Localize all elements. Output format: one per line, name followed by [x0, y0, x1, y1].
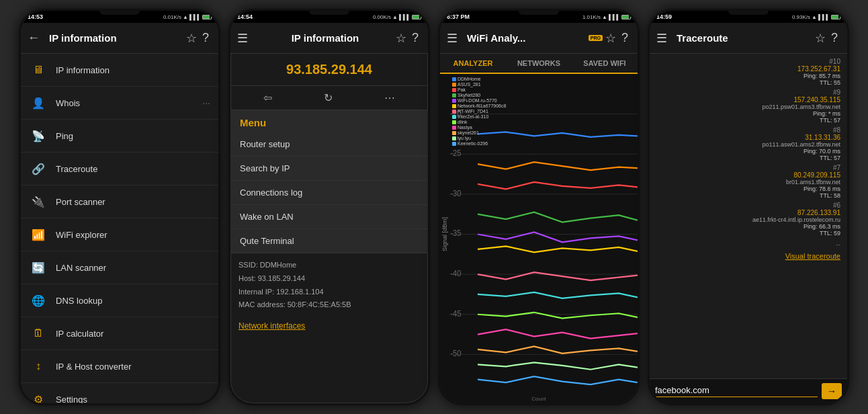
host-9: po211.psw01.ams3.tfbnw.net: [656, 104, 840, 110]
trace-entry-6: #6 87.226.133.91 ae11.frkt-cr4.intl.ip.r…: [656, 202, 840, 237]
hamburger-menu-4[interactable]: ☰: [656, 31, 667, 46]
app-title-3: WiFi Analy...: [467, 32, 587, 44]
ssid-info: SSID: DDMHome: [238, 259, 420, 272]
refresh-icon[interactable]: ↻: [321, 90, 335, 106]
time-1: 14:53: [28, 13, 43, 20]
menu-item-lan-scanner[interactable]: 🔄 LAN scanner: [21, 251, 218, 284]
menu-item-port-scanner[interactable]: 🔌 Port scanner: [21, 185, 218, 218]
whois-icon: 👤: [29, 93, 48, 112]
traceroute-label: Traceroute: [56, 164, 210, 174]
ttl-8: TTL: 57: [656, 155, 840, 161]
phones-container: 14:53 0.01K/s ▲ ▌▌▌ ← IP information ☆ ?…: [12, 2, 856, 412]
settings-icon: ⚙: [29, 390, 48, 403]
ip-8: 31.13.31.36: [656, 134, 840, 141]
more-icon[interactable]: ⋯: [382, 90, 398, 106]
ttl-9: TTL: 57: [656, 117, 840, 124]
ip-host-converter-icon: ↕: [29, 357, 48, 376]
menu-item-ip-calculator[interactable]: 🗓 IP calculator: [21, 317, 218, 350]
action-row: ⇦ ↻ ⋯: [230, 86, 428, 110]
time-2: 14:54: [237, 13, 253, 20]
network-legend: DDMHome ASUS_281 Pak SkyNet280 WiFi-DOM.: [452, 77, 506, 147]
help-button-1[interactable]: ?: [200, 30, 212, 46]
battery-3: [621, 15, 631, 19]
phone-3: 6:37 PM 1.01K/s ▲ ▌▌▌ ☰ WiFi Analy... PR…: [438, 9, 640, 405]
hop-9: #9: [656, 89, 840, 96]
legend-keenetic: Keenetic-0296: [452, 141, 506, 146]
hop-10: #10: [656, 58, 840, 65]
visual-traceroute-link[interactable]: Visual traceroute: [656, 249, 840, 263]
status-icons-1: 0.01K/s ▲ ▌▌▌: [163, 14, 212, 20]
signal-bars-2: ▌▌▌: [399, 14, 410, 20]
legend-dlink: dlink: [452, 120, 506, 124]
menu-qute-terminal[interactable]: Qute Terminal: [230, 229, 428, 253]
menu-item-settings[interactable]: ⚙ Settings: [21, 383, 218, 403]
battery-4: [831, 15, 840, 19]
app-title-1: IP information: [49, 32, 183, 44]
hamburger-menu-2[interactable]: ☰: [237, 31, 248, 46]
menu-item-ip-info[interactable]: 🖥 IP information: [21, 54, 218, 87]
ttl-6: TTL: 59: [656, 230, 840, 237]
menu-item-traceroute[interactable]: 🔗 Traceroute: [21, 153, 218, 185]
help-button-3[interactable]: ?: [619, 30, 631, 46]
host-7: br01.ams1.tfbnw.net: [656, 179, 840, 185]
menu-item-ping[interactable]: 📡 Ping: [21, 120, 218, 153]
phone-2: 14:54 0.00K/s ▲ ▌▌▌ ☰ IP information ☆ ?…: [228, 9, 430, 405]
traceroute-icon: 🔗: [29, 159, 48, 178]
network-interfaces-link[interactable]: Network interfaces: [230, 317, 428, 335]
menu-item-dns-lookup[interactable]: 🌐 DNS lookup: [21, 284, 218, 317]
share-icon[interactable]: ⇦: [261, 90, 275, 106]
svg-text:-40: -40: [450, 270, 461, 278]
wifi-icon-4: ▲: [812, 14, 817, 20]
search-go-button[interactable]: →: [822, 383, 842, 399]
ttl-10: TTL: 55: [656, 79, 840, 86]
traceroute-content: #10 173.252.67.31 Ping: 85.7 ms TTL: 55 …: [650, 54, 847, 378]
ping-icon: 📡: [29, 126, 48, 145]
back-button-1[interactable]: ←: [28, 31, 40, 45]
ip-info-icon: 🖥: [29, 60, 48, 79]
ping-9: Ping: * ms: [656, 110, 840, 117]
app-title-4: Traceroute: [677, 32, 812, 44]
menu-item-whois[interactable]: 👤 Whois ···: [21, 87, 218, 120]
menu-item-wifi-explorer[interactable]: 📶 WiFi explorer: [21, 218, 218, 251]
menu-item-ip-host-converter[interactable]: ↕ IP & Host converter: [21, 350, 218, 383]
tab-networks[interactable]: NETWORKS: [506, 54, 572, 73]
tab-analyzer[interactable]: ANALYZER: [440, 54, 506, 74]
star-button-4[interactable]: ☆: [812, 30, 828, 47]
chart-y-label: Signal [dBm]: [440, 74, 449, 395]
hamburger-menu-3[interactable]: ☰: [447, 31, 458, 46]
menu-connections-log[interactable]: Connections log: [230, 181, 428, 205]
legend-network-f81a: Network-f81a677906c8: [452, 104, 506, 108]
tab-bar: ANALYZER NETWORKS SAVED WIFI: [440, 54, 638, 74]
star-button-2[interactable]: ☆: [393, 30, 409, 47]
mac-address-info: MAC address: 50:8F:4C:5E:A5:5B: [238, 298, 420, 312]
legend-skynet280: SkyNet280: [452, 93, 506, 97]
svg-text:-35: -35: [450, 229, 461, 237]
wifi-explorer-label: WiFi explorer: [56, 230, 210, 240]
tab-saved-wifi[interactable]: SAVED WIFI: [572, 54, 638, 73]
help-button-4[interactable]: ?: [828, 30, 840, 46]
whois-label: Whois: [56, 98, 202, 108]
search-input[interactable]: [655, 385, 818, 397]
star-button-1[interactable]: ☆: [183, 30, 200, 47]
hop-8: #8: [656, 126, 840, 134]
menu-search-by-ip[interactable]: Search by IP: [230, 157, 428, 181]
legend-interzet: InterZet-at-310: [452, 114, 506, 119]
port-scanner-label: Port scanner: [56, 197, 210, 207]
menu-wake-on-lan[interactable]: Wake on LAN: [230, 205, 428, 229]
signal-bars-3: ▌▌▌: [609, 14, 620, 20]
app-bar-2: ☰ IP information ☆ ?: [230, 23, 428, 54]
battery-2: [412, 15, 421, 19]
chart-area: DDMHome ASUS_281 Pak SkyNet280 WiFi-DOM.: [449, 74, 638, 395]
menu-router-setup[interactable]: Router setup: [230, 132, 428, 157]
wifi-explorer-icon: 📶: [29, 225, 48, 244]
ip-address-display: 93.185.29.144: [230, 54, 428, 86]
status-bar-4: 14:59 0.93K/s ▲ ▌▌▌: [650, 11, 847, 23]
trace-entry-10: #10 173.252.67.31 Ping: 85.7 ms TTL: 55: [656, 58, 840, 86]
wifi-icon-3: ▲: [602, 14, 607, 20]
separator: --: [656, 239, 840, 249]
whois-dots: ···: [202, 97, 210, 108]
star-button-3[interactable]: ☆: [603, 30, 619, 47]
help-button-2[interactable]: ?: [409, 30, 421, 46]
ip-7: 80.249.209.115: [656, 171, 840, 179]
svg-text:-30: -30: [450, 190, 461, 198]
